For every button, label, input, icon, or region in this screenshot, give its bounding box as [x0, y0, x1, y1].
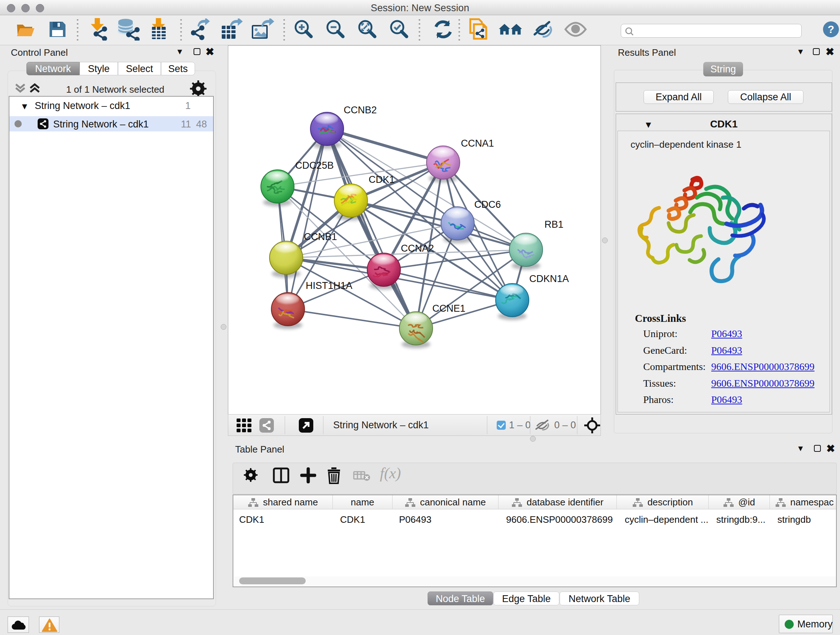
- svg-text:CDC6: CDC6: [474, 199, 501, 210]
- svg-text:CCNB2: CCNB2: [344, 105, 377, 116]
- svg-text:CCNE1: CCNE1: [432, 303, 466, 314]
- svg-text:HIST1H1A: HIST1H1A: [306, 280, 352, 291]
- svg-text:CCNA1: CCNA1: [461, 138, 494, 149]
- svg-text:CCNA2: CCNA2: [401, 243, 434, 254]
- svg-text:CDKN1A: CDKN1A: [529, 273, 569, 284]
- svg-text:RB1: RB1: [545, 219, 564, 230]
- svg-text:CDK1: CDK1: [369, 174, 395, 185]
- svg-text:CCNB1: CCNB1: [304, 231, 337, 242]
- svg-text:?: ?: [828, 23, 834, 35]
- svg-text:CDC25B: CDC25B: [295, 160, 334, 171]
